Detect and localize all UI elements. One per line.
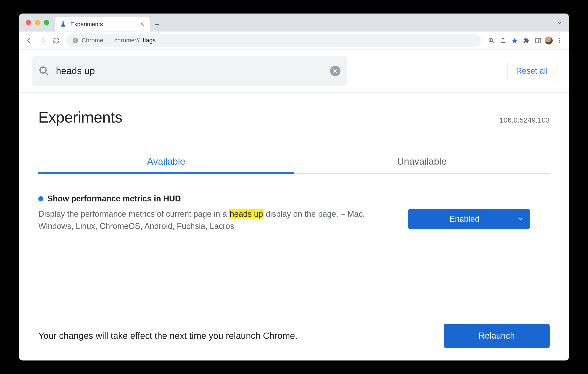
clear-search-button[interactable] bbox=[330, 66, 340, 76]
omnibox-separator bbox=[109, 37, 109, 44]
reset-all-button[interactable]: Reset all bbox=[507, 61, 556, 81]
tab-strip: Experiments bbox=[55, 13, 160, 31]
window-maximize-button[interactable] bbox=[44, 20, 49, 25]
sidepanel-icon[interactable] bbox=[533, 35, 543, 46]
browser-tab[interactable]: Experiments bbox=[55, 17, 150, 31]
back-button[interactable] bbox=[23, 35, 35, 46]
content: Experiments 106.0.5249.103 Available Una… bbox=[19, 93, 569, 311]
window-controls bbox=[26, 20, 49, 25]
svg-point-8 bbox=[40, 67, 46, 73]
status-dot-icon bbox=[38, 196, 43, 201]
relaunch-button[interactable]: Relaunch bbox=[444, 324, 550, 348]
flag-state-value: Enabled bbox=[450, 214, 479, 224]
flag-item: Show performance metrics in HUD Display … bbox=[38, 194, 550, 232]
reload-button[interactable] bbox=[51, 35, 62, 46]
omnibox[interactable]: Chrome chrome://flags bbox=[66, 34, 481, 47]
chrome-icon bbox=[72, 37, 78, 44]
search-icon bbox=[38, 65, 50, 77]
omnibox-path: flags bbox=[143, 37, 156, 44]
search-input[interactable] bbox=[55, 65, 324, 77]
profile-avatar[interactable] bbox=[545, 37, 553, 45]
svg-point-7 bbox=[559, 42, 560, 43]
flag-desc-before: Display the performance metrics of curre… bbox=[38, 209, 229, 219]
tab-unavailable-label: Unavailable bbox=[397, 156, 446, 167]
svg-rect-4 bbox=[536, 38, 541, 43]
flag-header: Show performance metrics in HUD bbox=[38, 194, 550, 203]
tab-search-button[interactable] bbox=[556, 19, 563, 26]
flag-body: Display the performance metrics of curre… bbox=[38, 208, 550, 232]
toolbar: Chrome chrome://flags bbox=[19, 31, 569, 50]
flags-search[interactable] bbox=[32, 56, 347, 86]
reset-all-label: Reset all bbox=[516, 66, 548, 76]
flag-state-select[interactable]: Enabled bbox=[408, 209, 530, 229]
extensions-icon[interactable] bbox=[521, 35, 532, 46]
close-icon[interactable] bbox=[140, 22, 145, 27]
version-label: 106.0.5249.103 bbox=[500, 116, 550, 124]
window-close-button[interactable] bbox=[26, 20, 31, 25]
search-row: Reset all bbox=[19, 50, 569, 93]
chevron-down-icon bbox=[517, 216, 524, 222]
tab-available[interactable]: Available bbox=[38, 151, 294, 174]
titlebar: Experiments bbox=[19, 13, 569, 31]
relaunch-bar: Your changes will take effect the next t… bbox=[19, 311, 569, 361]
flag-desc-highlight: heads up bbox=[229, 209, 263, 219]
tab-title: Experiments bbox=[70, 21, 136, 28]
window-minimize-button[interactable] bbox=[35, 20, 40, 25]
omnibox-path-prefix: chrome:// bbox=[114, 37, 140, 44]
flag-description: Display the performance metrics of curre… bbox=[38, 208, 395, 232]
flags-tabs: Available Unavailable bbox=[38, 151, 550, 174]
forward-button[interactable] bbox=[37, 35, 49, 46]
svg-point-2 bbox=[75, 40, 76, 41]
relaunch-label: Relaunch bbox=[479, 331, 515, 341]
svg-point-5 bbox=[559, 38, 560, 39]
page-title: Experiments bbox=[38, 108, 122, 126]
relaunch-message: Your changes will take effect the next t… bbox=[38, 331, 430, 341]
new-tab-button[interactable] bbox=[154, 22, 160, 28]
share-icon[interactable] bbox=[498, 35, 508, 46]
toolbar-actions bbox=[486, 35, 565, 46]
heading-row: Experiments 106.0.5249.103 bbox=[38, 108, 550, 126]
flask-icon bbox=[60, 21, 66, 27]
browser-window: Experiments Chrome bbox=[19, 13, 569, 361]
omnibox-origin: Chrome bbox=[82, 37, 103, 44]
page: Reset all Experiments 106.0.5249.103 Ava… bbox=[19, 50, 569, 361]
bookmark-icon[interactable] bbox=[510, 35, 520, 46]
flag-title: Show performance metrics in HUD bbox=[47, 194, 181, 203]
menu-icon[interactable] bbox=[554, 35, 565, 46]
tab-unavailable[interactable]: Unavailable bbox=[294, 151, 550, 174]
svg-point-6 bbox=[559, 40, 560, 41]
tab-available-label: Available bbox=[147, 156, 185, 167]
zoom-icon[interactable] bbox=[486, 35, 496, 46]
